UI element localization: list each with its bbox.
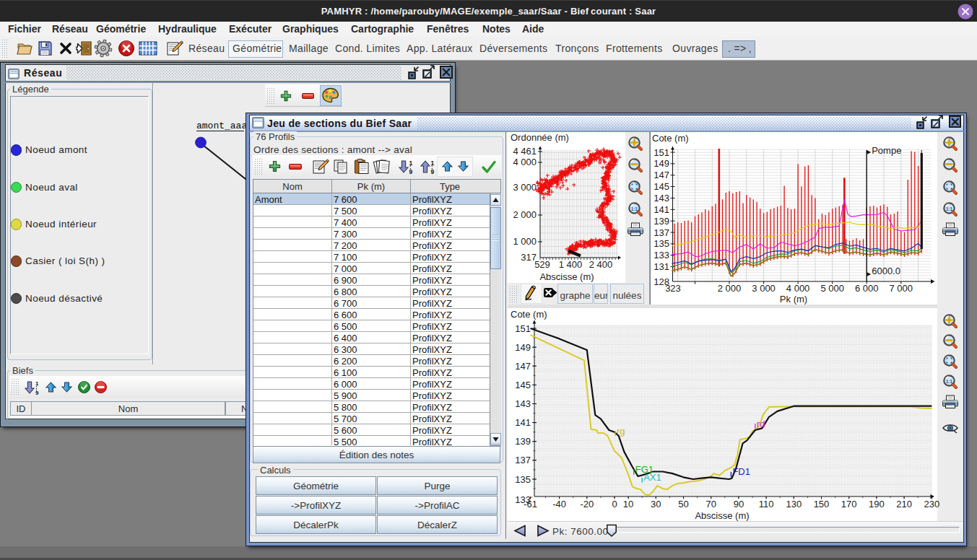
svg-text:147: 147 — [653, 170, 669, 180]
svg-text:Cote (m): Cote (m) — [652, 133, 689, 144]
svg-text:0: 0 — [612, 499, 617, 509]
svg-text:143: 143 — [653, 193, 669, 204]
svg-text:10: 10 — [623, 499, 633, 509]
svg-text:529: 529 — [534, 259, 550, 270]
svg-text:-40: -40 — [552, 499, 566, 509]
svg-text:Abscisse (m): Abscisse (m) — [695, 510, 749, 521]
svg-text:1: 1 — [409, 159, 413, 166]
svg-text:-20: -20 — [580, 499, 594, 509]
svg-text:149: 149 — [515, 342, 531, 353]
svg-text:1:1: 1:1 — [631, 206, 638, 211]
svg-text:2 000: 2 000 — [718, 283, 742, 294]
svg-text:2 000: 2 000 — [513, 209, 537, 220]
svg-text:131: 131 — [653, 261, 669, 272]
svg-text:151: 151 — [515, 323, 531, 334]
svg-text:141: 141 — [653, 204, 669, 215]
svg-text:137: 137 — [515, 455, 531, 465]
svg-text:110: 110 — [759, 499, 774, 509]
svg-text:133: 133 — [653, 250, 669, 261]
svg-text:30: 30 — [651, 499, 661, 509]
svg-text:rd: rd — [757, 419, 765, 429]
svg-text:-61: -61 — [524, 499, 537, 509]
svg-text:147: 147 — [515, 361, 531, 372]
svg-text:145: 145 — [653, 181, 669, 192]
svg-text:Cote (m): Cote (m) — [511, 309, 547, 320]
svg-text:210: 210 — [896, 499, 912, 509]
svg-text:1 000: 1 000 — [513, 236, 537, 247]
svg-text:5 000: 5 000 — [820, 283, 844, 294]
svg-text:190: 190 — [869, 499, 885, 509]
svg-text:FD1: FD1 — [732, 466, 750, 477]
svg-text:rg: rg — [617, 426, 625, 437]
svg-text:6000.0: 6000.0 — [872, 266, 900, 276]
svg-text:9: 9 — [431, 168, 435, 175]
svg-text:1: 1 — [431, 159, 435, 166]
svg-text:143: 143 — [515, 398, 531, 409]
svg-text:70: 70 — [705, 499, 716, 509]
svg-text:AX1: AX1 — [643, 472, 661, 483]
svg-text:139: 139 — [653, 216, 669, 227]
svg-text:4 000: 4 000 — [513, 157, 537, 167]
svg-text:139: 139 — [515, 436, 531, 447]
svg-text:170: 170 — [841, 499, 857, 509]
svg-text:151: 151 — [653, 147, 669, 158]
svg-text:1 400: 1 400 — [559, 259, 583, 270]
svg-text:4 461: 4 461 — [513, 146, 537, 157]
svg-text:6 000: 6 000 — [855, 283, 879, 294]
svg-text:150: 150 — [814, 499, 830, 509]
svg-text:3 000: 3 000 — [752, 283, 776, 294]
svg-text:Pompe: Pompe — [872, 145, 901, 156]
svg-text:Ordonnée (m): Ordonnée (m) — [511, 132, 569, 143]
svg-text:3 000: 3 000 — [513, 182, 537, 193]
svg-text:135: 135 — [653, 238, 669, 249]
svg-text:1:1: 1:1 — [946, 379, 953, 384]
svg-text:9: 9 — [35, 390, 39, 396]
svg-text:90: 90 — [734, 499, 744, 509]
svg-text:7 000: 7 000 — [890, 283, 913, 294]
svg-text:145: 145 — [515, 380, 531, 390]
svg-text:149: 149 — [653, 158, 669, 169]
svg-text:50: 50 — [678, 499, 688, 509]
svg-text:137: 137 — [653, 227, 669, 238]
svg-text:135: 135 — [515, 474, 531, 485]
svg-text:230: 230 — [924, 499, 939, 509]
svg-text:141: 141 — [515, 417, 531, 428]
svg-text:130: 130 — [786, 499, 802, 509]
svg-text:323: 323 — [665, 283, 681, 294]
svg-text:2 400: 2 400 — [589, 259, 613, 270]
svg-text:4 000: 4 000 — [786, 283, 810, 294]
svg-text:Abscisse (m): Abscisse (m) — [539, 271, 594, 282]
svg-text:Pk (m): Pk (m) — [780, 294, 807, 305]
svg-text:1: 1 — [35, 380, 39, 387]
svg-text:9: 9 — [409, 168, 413, 175]
svg-text:1:1: 1:1 — [946, 206, 953, 211]
